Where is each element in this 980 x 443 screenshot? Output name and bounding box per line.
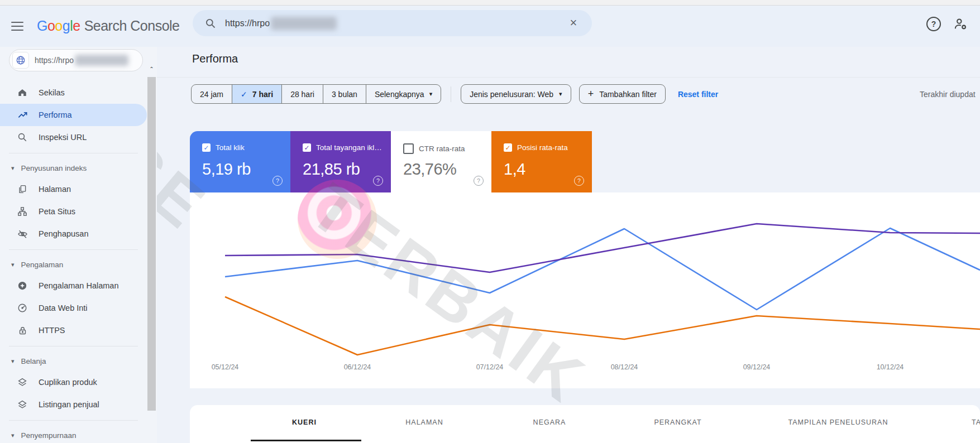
sidebar-item-label: Data Web Inti — [39, 304, 88, 312]
metric-card-posisi[interactable]: ✓Posisi rata-rata 1,4 ? — [491, 131, 592, 192]
sidebar-item-sekilas[interactable]: Sekilas — [0, 81, 147, 104]
checkbox-unchecked[interactable] — [403, 143, 414, 154]
button-label: Jenis penelusuran: Web — [470, 90, 553, 99]
sidebar-item-https[interactable]: HTTPS — [0, 319, 147, 341]
sidebar-item-peta-situs[interactable]: Peta Situs — [0, 200, 147, 223]
home-icon — [17, 88, 28, 98]
sidebar-scrollbar[interactable]: ⌃ — [147, 66, 156, 443]
property-search-input[interactable]: https://hrpo × — [193, 10, 592, 36]
sidebar-item-inspeksi-url[interactable]: Inspeksi URL — [0, 126, 147, 148]
tab-tanggal[interactable]: TANGGAL — [972, 418, 980, 426]
tab-negara[interactable]: NEGARA — [533, 418, 566, 426]
sidebar-divider — [9, 420, 138, 421]
performance-chart[interactable]: 05/12/2406/12/2407/12/2408/12/2409/12/24… — [190, 192, 980, 388]
app-logo[interactable]: GoogleSearch Console — [37, 18, 180, 34]
section-label: Belanja — [21, 357, 46, 365]
help-icon[interactable]: ? — [373, 176, 383, 186]
clear-search-icon[interactable]: × — [565, 15, 582, 31]
hamburger-menu-icon[interactable] — [11, 22, 25, 31]
product-name: Search Console — [84, 18, 180, 33]
search-icon — [205, 18, 216, 29]
sidebar-item-pengalaman-halaman[interactable]: Pengalaman Halaman — [0, 275, 147, 297]
checkbox-checked[interactable]: ✓ — [303, 143, 311, 152]
chevron-down-icon: ▾ — [559, 90, 562, 98]
sidebar-item-halaman[interactable]: Halaman — [0, 178, 147, 200]
section-label: Penyusunan indeks — [21, 164, 87, 172]
metric-value: 23,76% — [403, 160, 456, 179]
add-filter-button[interactable]: +Tambahkan filter — [579, 84, 666, 104]
google-search-console-app: GoogleSearch Console https://hrpo × ? — [0, 0, 980, 443]
date-range-3-bulan[interactable]: 3 bulan — [323, 85, 366, 103]
tab-perangkat[interactable]: PERANGKAT — [654, 418, 701, 426]
redacted-property-blur — [75, 55, 128, 66]
metric-value: 1,4 — [504, 160, 525, 179]
active-tab-underline — [251, 440, 361, 441]
tab-kueri[interactable]: KUERI — [292, 418, 317, 426]
page-title: Performa — [192, 52, 238, 65]
scrollbar-thumb[interactable] — [147, 77, 156, 411]
filter-bar: 24 jam ✓7 hari 28 hari 3 bulan Selengkap… — [191, 85, 718, 103]
help-icon[interactable]: ? — [574, 176, 584, 186]
redacted-url-blur — [271, 17, 337, 30]
sidebar-divider — [9, 249, 138, 250]
metric-card-total-klik[interactable]: ✓Total klik 5,19 rb ? — [190, 131, 290, 192]
help-icon[interactable]: ? — [926, 17, 941, 31]
sidebar-item-label: Pengalaman Halaman — [39, 281, 118, 290]
sidebar-item-cuplikan-produk[interactable]: Cuplikan produk — [0, 371, 147, 393]
date-range-28-hari[interactable]: 28 hari — [282, 85, 323, 103]
sidebar-section-belanja[interactable]: ▾ Belanja — [0, 351, 147, 371]
sidebar-item-label: Penghapusan — [39, 229, 89, 238]
sidebar-divider — [9, 153, 138, 153]
sidebar-item-data-web-inti[interactable]: Data Web Inti — [0, 297, 147, 319]
sidebar-item-label: Listingan penjual — [39, 400, 99, 409]
reset-filter-link[interactable]: Reset filter — [678, 90, 718, 99]
metric-value: 5,19 rb — [202, 160, 251, 179]
layers-icon — [17, 399, 28, 410]
dimension-tabs-card: KUERI HALAMAN NEGARA PERANGKAT TAMPILAN … — [190, 405, 980, 443]
section-label: Penyempurnaan — [21, 431, 77, 440]
last-updated-text: Terakhir diupdat — [920, 90, 976, 99]
property-selector[interactable]: https://hrpo — [9, 49, 143, 71]
sidebar-item-penghapusan[interactable]: Penghapusan — [0, 223, 147, 245]
checkbox-checked[interactable]: ✓ — [504, 143, 512, 152]
button-label: 24 jam — [200, 90, 223, 99]
sidebar-item-label: HTTPS — [39, 326, 65, 335]
app-header: GoogleSearch Console https://hrpo × ? — [0, 6, 980, 47]
sidebar-section-pengalaman[interactable]: ▾ Pengalaman — [0, 254, 147, 275]
sidebar-item-listingan-penjual[interactable]: Listingan penjual — [0, 393, 147, 416]
sidebar: https://hrpo Sekilas Performa Inspeksi U… — [0, 47, 157, 443]
property-url: https://hrpo — [35, 56, 74, 65]
sidebar-item-label: Performa — [39, 110, 72, 119]
button-label: 3 bulan — [332, 90, 357, 99]
scrollbar-up-arrow-icon[interactable]: ⌃ — [147, 66, 156, 75]
chevron-down-icon: ▾ — [11, 261, 15, 268]
divider — [451, 86, 451, 102]
metric-card-total-tayangan[interactable]: ✓Total tayangan ikl… 21,85 rb ? — [290, 131, 391, 192]
x-axis-tick-label: 08/12/24 — [611, 363, 638, 371]
help-icon[interactable]: ? — [474, 176, 484, 186]
tab-halaman[interactable]: HALAMAN — [405, 418, 443, 426]
tab-tampilan-penelusuran[interactable]: TAMPILAN PENELUSURAN — [788, 418, 888, 426]
page-experience-icon — [17, 281, 28, 291]
google-logo-letter: o — [47, 18, 55, 33]
date-range-24-jam[interactable]: 24 jam — [192, 85, 232, 103]
sidebar-item-performa[interactable]: Performa — [0, 104, 147, 126]
metric-label: CTR rata-rata — [419, 145, 465, 153]
metric-label: Posisi rata-rata — [517, 143, 568, 152]
core-web-vitals-icon — [17, 303, 28, 313]
sidebar-section-penyusunan-indeks[interactable]: ▾ Penyusunan indeks — [0, 158, 147, 178]
google-logo-letter: G — [37, 18, 47, 33]
checkbox-checked[interactable]: ✓ — [202, 143, 211, 152]
date-range-7-hari[interactable]: ✓7 hari — [232, 85, 282, 103]
account-settings-icon[interactable] — [953, 17, 968, 31]
search-type-filter-button[interactable]: Jenis penelusuran: Web▾ — [461, 84, 571, 104]
help-icon[interactable]: ? — [273, 176, 283, 186]
date-range-selengkapnya[interactable]: Selengkapnya▾ — [366, 85, 441, 103]
metric-card-ctr[interactable]: CTR rata-rata 23,76% ? — [391, 131, 491, 192]
browser-edge-strip — [0, 0, 980, 6]
google-logo-letter: e — [73, 18, 80, 33]
chart-x-axis-labels: 05/12/2406/12/2407/12/2408/12/2409/12/24… — [190, 192, 980, 388]
sidebar-section-penyempurnaan[interactable]: ▾ Penyempurnaan — [0, 425, 147, 443]
pages-icon — [17, 184, 28, 194]
lock-icon — [17, 326, 28, 335]
